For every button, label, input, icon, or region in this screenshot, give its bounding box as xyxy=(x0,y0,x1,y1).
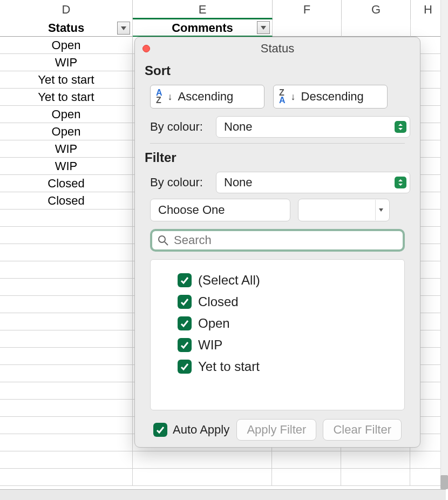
header-cell-comments[interactable]: Comments xyxy=(133,19,273,37)
filter-values-list: (Select All) Closed Open WIP Yet to star… xyxy=(150,259,405,410)
cell-status[interactable]: WIP xyxy=(0,54,133,71)
cell-status[interactable]: Open xyxy=(0,123,133,140)
sort-by-colour-select[interactable]: None xyxy=(216,116,410,138)
cell-status[interactable]: WIP xyxy=(0,158,133,175)
chevron-down-icon xyxy=(375,200,386,220)
panel-title: Status xyxy=(135,42,420,56)
sort-descending-button[interactable]: ZA ↓ Descending xyxy=(273,85,388,109)
sort-by-colour-value: None xyxy=(224,120,253,134)
filter-item-label: (Select All) xyxy=(198,273,260,288)
header-cell[interactable] xyxy=(273,19,342,37)
search-icon xyxy=(158,235,168,246)
vertical-scrollbar[interactable] xyxy=(440,0,448,489)
clear-filter-button[interactable]: Clear Filter xyxy=(323,419,402,441)
cell-status[interactable]: Closed xyxy=(0,192,133,210)
column-header-F[interactable]: F xyxy=(273,0,342,19)
divider xyxy=(150,143,405,144)
filter-panel: Status Sort AZ ↓ Ascending ZA ↓ Descendi… xyxy=(134,37,420,448)
header-text: Status xyxy=(48,21,84,35)
checkbox-checked-icon xyxy=(178,316,192,330)
panel-titlebar: Status xyxy=(135,37,420,60)
cell-status[interactable]: Yet to start xyxy=(0,71,133,89)
header-text: Comments xyxy=(172,21,233,35)
filter-item-label: WIP xyxy=(198,337,222,353)
svg-marker-1 xyxy=(261,26,266,30)
sort-ascending-label: Ascending xyxy=(178,90,234,104)
sort-ascending-icon: AZ xyxy=(156,89,162,104)
filter-item-yet-to-start[interactable]: Yet to start xyxy=(178,356,396,377)
filter-condition-value: Choose One xyxy=(158,203,225,217)
sort-by-colour-label: By colour: xyxy=(150,120,209,134)
column-header-row: D E F G H xyxy=(0,0,446,19)
column-header-D[interactable]: D xyxy=(0,0,133,19)
checkbox-checked-icon xyxy=(178,273,192,287)
search-input[interactable] xyxy=(174,233,397,247)
scrollbar-thumb[interactable] xyxy=(440,475,448,489)
apply-filter-button[interactable]: Apply Filter xyxy=(236,419,316,441)
filter-item-open[interactable]: Open xyxy=(178,313,396,334)
chevron-down-icon xyxy=(120,25,127,31)
checkbox-checked-icon xyxy=(153,423,167,437)
filter-item-label: Closed xyxy=(198,294,239,309)
header-cell-status[interactable]: Status xyxy=(0,19,133,37)
filter-item-label: Yet to start xyxy=(198,359,260,374)
checkbox-checked-icon xyxy=(178,295,192,309)
table-header-row: Status Comments xyxy=(0,19,446,37)
svg-marker-0 xyxy=(121,26,126,30)
filter-item-select-all[interactable]: (Select All) xyxy=(178,269,396,291)
auto-apply-label: Auto Apply xyxy=(173,423,229,437)
arrow-down-icon: ↓ xyxy=(291,91,296,103)
sort-section-label: Sort xyxy=(145,63,410,78)
sort-ascending-button[interactable]: AZ ↓ Ascending xyxy=(150,85,264,109)
svg-marker-2 xyxy=(398,124,403,126)
svg-marker-8 xyxy=(379,208,383,212)
cell-status[interactable]: Closed xyxy=(0,175,133,192)
column-header-G[interactable]: G xyxy=(342,0,411,19)
checkbox-checked-icon xyxy=(178,360,192,374)
filter-by-colour-select[interactable]: None xyxy=(216,172,410,193)
filter-section-label: Filter xyxy=(145,150,410,165)
svg-marker-5 xyxy=(398,184,403,186)
svg-line-10 xyxy=(165,242,168,245)
cell-status[interactable]: Yet to start xyxy=(0,89,133,106)
close-icon[interactable] xyxy=(142,45,150,52)
select-caret-icon xyxy=(395,177,406,188)
select-caret-icon xyxy=(281,207,287,213)
cell-status[interactable]: Open xyxy=(0,37,133,54)
arrow-down-icon: ↓ xyxy=(168,91,173,103)
svg-marker-3 xyxy=(398,128,403,130)
sort-descending-icon: ZA xyxy=(279,89,286,104)
auto-apply-checkbox[interactable]: Auto Apply xyxy=(153,423,229,437)
filter-condition-select[interactable]: Choose One xyxy=(150,199,290,221)
filter-by-colour-label: By colour: xyxy=(150,175,209,190)
cell-status[interactable]: Open xyxy=(0,106,133,123)
filter-toggle-status[interactable] xyxy=(117,22,130,35)
filter-item-wip[interactable]: WIP xyxy=(178,334,396,356)
filter-by-colour-value: None xyxy=(224,175,253,190)
cell-status[interactable]: WIP xyxy=(0,140,133,158)
filter-value-combobox[interactable] xyxy=(298,199,390,221)
svg-point-9 xyxy=(159,236,165,242)
sort-descending-label: Descending xyxy=(301,90,364,104)
select-caret-icon xyxy=(395,121,406,133)
svg-marker-6 xyxy=(282,207,286,209)
header-cell[interactable] xyxy=(342,19,411,37)
filter-item-closed[interactable]: Closed xyxy=(178,291,396,313)
search-field[interactable] xyxy=(150,229,405,252)
filter-item-label: Open xyxy=(198,316,230,331)
checkbox-checked-icon xyxy=(178,338,192,352)
column-header-E[interactable]: E xyxy=(133,0,273,19)
svg-marker-4 xyxy=(398,179,403,181)
filter-toggle-comments[interactable] xyxy=(257,21,270,34)
svg-marker-7 xyxy=(282,211,286,213)
horizontal-scrollbar[interactable] xyxy=(0,489,446,500)
chevron-down-icon xyxy=(260,25,267,30)
